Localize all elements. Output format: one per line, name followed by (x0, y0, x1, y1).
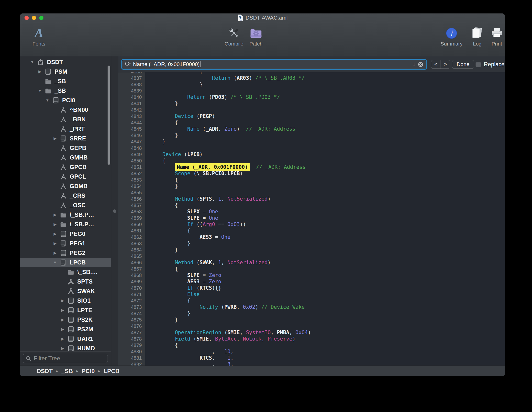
tree-item-label: PS2M (77, 326, 93, 333)
breadcrumb-item-pci0[interactable]: PCI0 (82, 368, 95, 375)
minimize-button[interactable] (32, 16, 36, 20)
tree-item-sio1[interactable]: ▶SIO1 (20, 296, 111, 305)
close-button[interactable] (24, 16, 29, 20)
code-editor[interactable]: 4836 {4837 Return (AR03) /* \_SB_.AR03 *… (118, 72, 505, 366)
aml-document-icon: AML (237, 14, 243, 21)
tree-item-humd[interactable]: ▶HUMD (20, 343, 111, 351)
tree-item-label: GPCB (70, 164, 87, 171)
tree-item-label: SPTS (77, 278, 93, 285)
breadcrumb-separator-icon: ▸ (56, 369, 58, 373)
replace-checkbox[interactable] (476, 62, 481, 67)
disclosure-triangle-icon[interactable]: ▼ (37, 89, 42, 93)
split-handle[interactable] (113, 209, 116, 213)
tree-item-peg1[interactable]: ▶PEG1 (20, 239, 111, 248)
done-button[interactable]: Done (452, 60, 474, 69)
line-number: 4879 (118, 342, 145, 348)
acpi-tree: ▼DSDT▶PSM_SB▼_SB▼PCI0^BN00_BBN_PRT▶SRREG… (20, 56, 111, 351)
disclosure-triangle-icon[interactable]: ▶ (53, 241, 57, 246)
code-line: 4858 SLPX = One (118, 208, 505, 215)
previous-match-button[interactable]: < (431, 60, 441, 69)
tree-item-ps2m[interactable]: ▶PS2M (20, 324, 111, 334)
disclosure-triangle-icon[interactable]: ▶ (60, 308, 65, 312)
tree-item-peg2[interactable]: ▶PEG2 (20, 248, 111, 258)
tree-item-label: GMHB (70, 154, 88, 161)
disclosure-triangle-icon[interactable]: ▶ (60, 298, 65, 303)
toolbar-item-patch[interactable]: Patch (240, 25, 272, 47)
disclosure-triangle-icon[interactable]: ▶ (60, 327, 65, 332)
method-icon (59, 201, 67, 209)
toolbar-item-fonts[interactable]: A Fonts (23, 25, 55, 47)
tree-item-osc[interactable]: _OSC (20, 200, 111, 210)
tree-item-sb[interactable]: \_SB.… (20, 267, 111, 277)
tree-item-ps2k[interactable]: ▶PS2K (20, 315, 111, 324)
tree-item-spts[interactable]: SPTS (20, 277, 111, 286)
tree-item-bn00[interactable]: ^BN00 (20, 105, 111, 114)
tree-item-gepb[interactable]: GEPB (20, 143, 111, 153)
disclosure-triangle-icon[interactable]: ▶ (53, 232, 57, 236)
sidebar-scrollbar[interactable] (108, 66, 110, 165)
clear-search-icon[interactable] (418, 62, 423, 67)
code-line: 4857 { (118, 202, 505, 208)
zoom-button[interactable] (39, 16, 44, 20)
disclosure-triangle-icon[interactable]: ▶ (60, 346, 65, 351)
disclosure-triangle-icon[interactable]: ▶ (53, 251, 57, 255)
code-line: 4840 Return (PD03) /* \_SB_.PD03 */ (118, 94, 505, 100)
disclosure-triangle-icon[interactable]: ▶ (53, 222, 57, 227)
breadcrumb-item-dsdt[interactable]: DSDT (37, 368, 53, 375)
line-number: 4869 (118, 278, 145, 285)
next-match-button[interactable]: > (441, 60, 450, 69)
code-line: 4839 (118, 88, 505, 94)
toolbar-item-print[interactable]: Print (481, 25, 505, 47)
tree-item-gpcl[interactable]: GPCL (20, 172, 111, 181)
text-caret (200, 61, 200, 67)
tree-item-sb[interactable]: ▼_SB (20, 86, 111, 95)
tree-item-sbp[interactable]: ▶\_SB.P… (20, 210, 111, 219)
line-number: 4860 (118, 221, 145, 228)
tree-item-pci0[interactable]: ▼PCI0 (20, 95, 111, 105)
disclosure-triangle-icon[interactable]: ▶ (60, 318, 65, 322)
search-input[interactable]: Name (_ADR, 0x001F0000) 1 (122, 60, 426, 69)
tree-item-label: PEG0 (70, 230, 85, 237)
split-divider (111, 56, 118, 366)
tree-item-dsdt[interactable]: ▼DSDT (20, 57, 111, 67)
line-number: 4881 (118, 355, 145, 361)
tree-item-gdmb[interactable]: GDMB (20, 181, 111, 191)
tree-item-sb[interactable]: _SB (20, 76, 111, 86)
title-bar[interactable]: AML DSDT-AWAC.aml (20, 13, 505, 22)
line-number: 4862 (118, 234, 145, 240)
tree-item-lpte[interactable]: ▶LPTE (20, 305, 111, 315)
tree-item-gpcb[interactable]: GPCB (20, 162, 111, 172)
line-number: 4882 (118, 361, 145, 366)
tree-item-crs[interactable]: _CRS (20, 191, 111, 200)
code-line: 4859 SLPE = One (118, 215, 505, 221)
breadcrumb-separator-icon: ▸ (76, 369, 78, 373)
disclosure-triangle-icon[interactable]: ▶ (37, 69, 42, 74)
code-line: 4877 OperationRegion (SMIE, SystemIO, PM… (118, 329, 505, 336)
tree-item-swak[interactable]: SWAK (20, 286, 111, 296)
tree-item-sbp[interactable]: ▶\_SB.P… (20, 219, 111, 229)
line-number: 4871 (118, 291, 145, 298)
tree-item-peg0[interactable]: ▶PEG0 (20, 229, 111, 239)
line-number: 4855 (118, 189, 145, 196)
code-line: 4848 (118, 145, 505, 151)
disclosure-triangle-icon[interactable]: ▶ (60, 337, 65, 341)
tree-item-uar1[interactable]: ▶UAR1 (20, 334, 111, 343)
tree-item-lpcb[interactable]: ▼LPCB (20, 258, 111, 267)
tree-item-gmhb[interactable]: GMHB (20, 153, 111, 162)
tree-item-prt[interactable]: _PRT (20, 124, 111, 134)
disclosure-triangle-icon[interactable]: ▶ (53, 136, 57, 141)
disclosure-triangle-icon[interactable]: ▼ (45, 98, 50, 102)
code-line: 4881 RTCS, 1, (118, 355, 505, 361)
breadcrumb-item-lpcb[interactable]: LPCB (103, 368, 119, 375)
code-line: 4865 (118, 253, 505, 259)
tree-item-psm[interactable]: ▶PSM (20, 67, 111, 76)
breadcrumb-item-sb[interactable]: _SB (61, 368, 73, 375)
disclosure-triangle-icon[interactable]: ▼ (53, 260, 57, 264)
find-nav-segment: < > (431, 60, 450, 69)
tree-item-bbn[interactable]: _BBN (20, 114, 111, 124)
line-number: 4865 (118, 253, 145, 259)
tree-item-srre[interactable]: ▶SRRE (20, 134, 111, 143)
disclosure-triangle-icon[interactable]: ▼ (30, 60, 35, 64)
filter-tree-input[interactable]: Filter Tree (23, 354, 108, 363)
disclosure-triangle-icon[interactable]: ▶ (53, 213, 57, 217)
